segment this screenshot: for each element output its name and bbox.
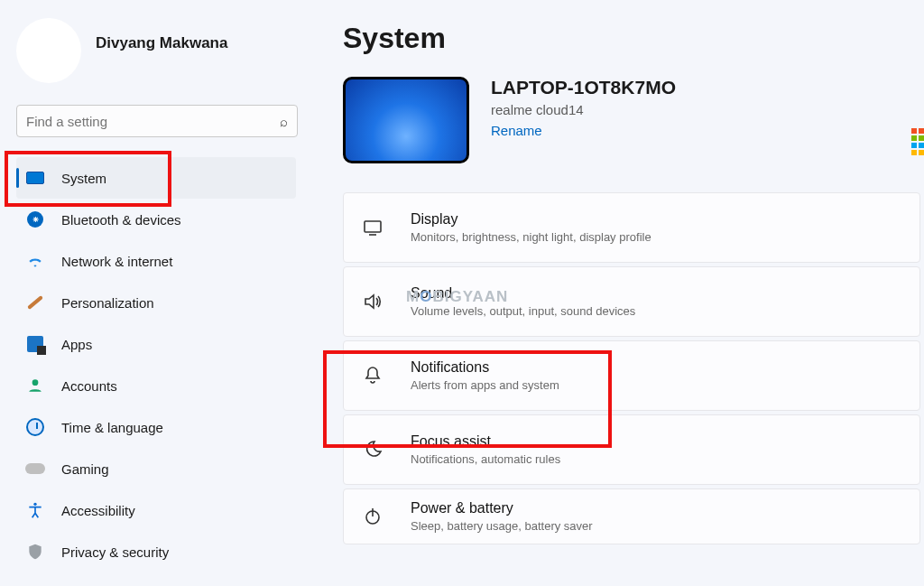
settings-list: Display Monitors, brightness, night ligh… <box>343 192 920 544</box>
bell-icon <box>360 365 385 386</box>
paintbrush-icon <box>25 293 45 312</box>
device-thumbnail <box>343 77 469 163</box>
nav-item-personalization[interactable]: Personalization <box>16 282 296 323</box>
nav-label: Gaming <box>61 461 109 477</box>
card-power-battery[interactable]: Power & battery Sleep, battery usage, ba… <box>343 488 920 544</box>
rename-link[interactable]: Rename <box>491 123 542 138</box>
nav-label: Accessibility <box>61 503 135 518</box>
avatar[interactable] <box>16 18 81 83</box>
power-icon <box>360 506 385 527</box>
person-icon <box>25 376 45 395</box>
search-input[interactable] <box>26 114 280 129</box>
card-subtitle: Notifications, automatic rules <box>411 452 560 466</box>
nav-label: Personalization <box>61 295 154 311</box>
nav-list: System ⁕ Bluetooth & devices Network & i… <box>16 157 296 572</box>
wifi-icon <box>25 251 45 271</box>
svg-rect-2 <box>365 221 381 232</box>
svg-point-0 <box>32 379 39 386</box>
nav-item-privacy[interactable]: Privacy & security <box>16 531 296 572</box>
nav-item-bluetooth[interactable]: ⁕ Bluetooth & devices <box>16 199 296 240</box>
clock-globe-icon <box>25 417 45 437</box>
card-title: Power & battery <box>411 500 593 516</box>
user-name: Divyang Makwana <box>96 34 227 52</box>
device-name: LAPTOP-1OT8K7MO <box>491 77 676 98</box>
card-subtitle: Alerts from apps and system <box>411 378 559 392</box>
nav-label: Network & internet <box>61 254 172 269</box>
card-display[interactable]: Display Monitors, brightness, night ligh… <box>343 192 920 263</box>
page-title: System <box>343 22 924 55</box>
display-icon <box>360 217 385 238</box>
microsoft-logo-partial <box>911 128 924 153</box>
card-subtitle: Volume levels, output, input, sound devi… <box>411 304 635 318</box>
search-field[interactable]: ⌕ <box>16 105 298 137</box>
card-subtitle: Monitors, brightness, night light, displ… <box>411 230 651 244</box>
device-model: realme cloud14 <box>491 102 676 117</box>
user-block: Divyang Makwana <box>16 18 296 83</box>
apps-icon <box>25 334 45 354</box>
nav-item-apps[interactable]: Apps <box>16 323 296 365</box>
nav-item-accessibility[interactable]: Accessibility <box>16 489 296 531</box>
nav-label: Accounts <box>61 378 117 394</box>
sound-icon <box>360 291 385 312</box>
card-title: Sound <box>411 285 635 302</box>
nav-label: Time & language <box>61 420 163 435</box>
moon-icon <box>360 439 385 460</box>
card-title: Focus assist <box>411 433 560 450</box>
accessibility-icon <box>25 500 45 520</box>
nav-label: Privacy & security <box>61 544 169 560</box>
nav-item-system[interactable]: System <box>16 157 296 199</box>
search-icon: ⌕ <box>280 114 288 129</box>
svg-point-1 <box>33 503 36 506</box>
shield-icon <box>25 542 45 562</box>
card-title: Display <box>411 211 651 228</box>
card-notifications[interactable]: Notifications Alerts from apps and syste… <box>343 340 920 411</box>
main-content: System LAPTOP-1OT8K7MO realme cloud14 Re… <box>343 22 924 586</box>
device-row: LAPTOP-1OT8K7MO realme cloud14 Rename <box>343 77 924 163</box>
sidebar: Divyang Makwana ⌕ System ⁕ Bluetooth & d… <box>0 0 307 586</box>
gamepad-icon <box>25 459 45 479</box>
nav-item-gaming[interactable]: Gaming <box>16 448 296 489</box>
bluetooth-icon: ⁕ <box>25 209 45 229</box>
nav-item-accounts[interactable]: Accounts <box>16 365 296 406</box>
nav-label: Apps <box>61 337 92 352</box>
nav-label: System <box>61 171 106 186</box>
monitor-icon <box>25 168 45 188</box>
card-title: Notifications <box>411 359 559 376</box>
nav-item-network[interactable]: Network & internet <box>16 240 296 282</box>
nav-item-time-language[interactable]: Time & language <box>16 406 296 448</box>
card-subtitle: Sleep, battery usage, battery saver <box>411 519 593 533</box>
nav-label: Bluetooth & devices <box>61 212 181 228</box>
card-focus-assist[interactable]: Focus assist Notifications, automatic ru… <box>343 414 920 485</box>
device-info: LAPTOP-1OT8K7MO realme cloud14 Rename <box>491 77 676 139</box>
card-sound[interactable]: Sound Volume levels, output, input, soun… <box>343 266 920 337</box>
